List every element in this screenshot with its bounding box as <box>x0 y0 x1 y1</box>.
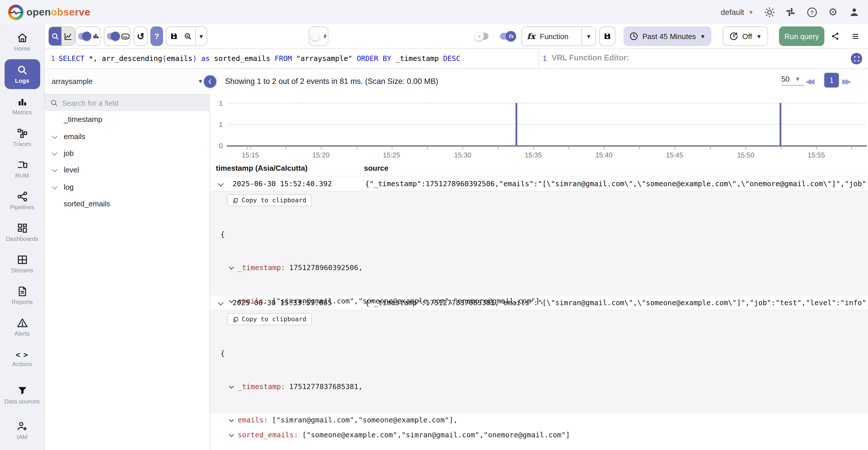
search-star-icon: ★ <box>184 32 192 40</box>
sidebar-item-metrics[interactable]: Metrics <box>2 90 42 122</box>
collapse-fields-panel-button[interactable] <box>203 74 218 89</box>
transform-toggle[interactable]: ≡ <box>474 26 491 46</box>
row-timestamp: 2025-06-30 15:52:40.392 <box>232 179 332 188</box>
chevron-down-icon: ▼ <box>700 33 706 39</box>
organization-selector[interactable]: default ▼ <box>721 8 754 17</box>
chevron-down-icon <box>52 184 58 189</box>
auto-refresh-label: Off <box>742 32 752 40</box>
copy-icon <box>232 316 239 323</box>
row-timestamp: 2025-06-30 15:33:57.685 <box>232 298 332 307</box>
search-mode-button[interactable] <box>49 26 61 46</box>
histogram-bar[interactable] <box>780 103 781 145</box>
field-item-emails[interactable]: emails <box>45 128 210 145</box>
current-page-button[interactable]: 1 <box>824 73 839 88</box>
sidebar-item-rum[interactable]: RUM <box>2 153 42 185</box>
gridline <box>227 103 867 104</box>
auto-refresh-selector[interactable]: Off ▼ <box>723 26 768 46</box>
quick-mode-toggle-group[interactable] <box>309 26 329 46</box>
saved-searches-button[interactable]: ★ <box>181 26 195 46</box>
quick-mode-toggle[interactable] <box>312 33 320 40</box>
refresh-clock-icon <box>729 32 738 41</box>
json-line[interactable]: _timestamp:1751277837685381, <box>220 381 484 392</box>
chevron-down-icon: ▼ <box>748 9 754 15</box>
sidebar-item-reports[interactable]: Reports <box>2 280 42 311</box>
logo-pulse-icon <box>9 11 22 14</box>
sidebar-item-label: Data sources <box>4 398 40 404</box>
sidebar-item-actions[interactable]: < > Actions <box>2 343 42 375</box>
save-search-button[interactable] <box>166 26 181 46</box>
sql-editor[interactable]: 1 SELECT *, arr_descending(emails) as so… <box>45 49 538 69</box>
rum-devices-icon <box>17 160 28 171</box>
table-row[interactable]: 2025-06-30 15:33:57.685 {"_timestamp":17… <box>210 295 868 310</box>
x-axis-tickmarks <box>227 147 867 149</box>
sidebar-item-home[interactable]: Home <box>2 26 42 58</box>
json-line[interactable]: _timestamp:1751278960392506, <box>220 262 570 273</box>
results-summary: Showing 1 to 2 out of 2 events in 81 ms.… <box>225 77 438 86</box>
last-page-button[interactable]: ▶▶ <box>842 77 849 86</box>
slack-icon[interactable] <box>785 6 796 18</box>
saved-search-group: ★ ▼ <box>166 26 207 46</box>
time-range-selector[interactable]: Past 45 Minutes ▼ <box>623 26 711 46</box>
chevron-down-icon <box>52 133 58 139</box>
json-line[interactable]: emails:["simran@gmail.com","someone@exam… <box>220 415 484 426</box>
sidebar-item-alerts[interactable]: Alerts <box>2 311 42 343</box>
histogram-bar[interactable] <box>516 103 517 145</box>
function-dropdown-button[interactable]: ▼ <box>582 26 595 46</box>
copy-to-clipboard-button[interactable]: Copy to clipboard <box>227 313 311 325</box>
json-line[interactable]: job:test, <box>220 448 484 450</box>
reset-filters-button[interactable]: ↺ <box>134 26 148 46</box>
page-size-selector[interactable]: 50 ▼ <box>781 75 804 86</box>
chevron-down-icon: ▼ <box>586 33 592 39</box>
theme-toggle-sun-icon[interactable] <box>764 6 775 18</box>
function-selector-label: Function <box>540 32 569 40</box>
field-item-job[interactable]: job <box>45 145 210 162</box>
more-options-menu-button[interactable]: ≡ <box>847 26 863 46</box>
help-icon[interactable]: ? <box>806 6 817 18</box>
sidebar-item-logs[interactable]: Logs <box>4 59 40 89</box>
table-row[interactable]: 2025-06-30 15:52:40.392 {"_timestamp":17… <box>210 176 868 191</box>
sidebar-item-iam[interactable]: IAM <box>2 415 42 447</box>
visualize-mode-button[interactable] <box>61 26 74 46</box>
first-page-button[interactable]: ◀◀ <box>805 77 812 86</box>
copy-to-clipboard-button[interactable]: Copy to clipboard <box>227 194 311 206</box>
openobserve-logs-page: openobserve default ▼ ? ⚙ Home <box>0 0 868 450</box>
sidebar-item-label: Alerts <box>14 330 30 337</box>
field-item-timestamp[interactable]: _timestamp <box>45 111 210 128</box>
field-search-input[interactable]: Search for a field <box>45 95 210 111</box>
sql-mode-toggle[interactable] <box>107 33 119 40</box>
stream-selector[interactable]: arraysample ▼ <box>45 69 210 95</box>
selected-stream-name: arraysample <box>52 77 93 86</box>
field-item-log[interactable]: log <box>45 178 210 195</box>
run-query-button[interactable]: Run query <box>779 26 825 46</box>
row-source: {"_timestamp":1751277837685381,"emails":… <box>365 298 868 307</box>
profile-icon[interactable] <box>848 6 860 18</box>
column-header-source: source <box>364 164 389 172</box>
lightning-icon <box>323 32 328 40</box>
sidebar-item-traces[interactable]: Traces <box>2 122 42 153</box>
save-function-button[interactable] <box>599 26 615 46</box>
chevron-down-icon <box>229 417 234 422</box>
saved-search-dropdown-button[interactable]: ▼ <box>195 26 207 46</box>
sidebar-item-label: Streams <box>11 267 33 274</box>
expand-editor-button[interactable] <box>851 53 862 64</box>
help-mode-button[interactable]: ? <box>150 26 163 46</box>
settings-gear-icon[interactable]: ⚙ <box>827 6 839 18</box>
events-histogram-chart[interactable]: 1 1 0 15:15 15:20 15:25 15:30 15:35 15:4… <box>210 95 868 161</box>
histogram-toggle[interactable] <box>78 33 90 40</box>
query-editor-row: 1 SELECT *, arr_descending(emails) as so… <box>45 49 868 69</box>
field-item-sorted-emails[interactable]: sorted_emails <box>45 195 210 213</box>
sidebar-item-label: Reports <box>11 299 33 306</box>
function-toggle[interactable]: fx <box>498 26 517 46</box>
field-item-level[interactable]: level <box>45 162 210 178</box>
share-link-button[interactable] <box>827 26 843 46</box>
vrl-function-editor[interactable]: 1 VRL Function Editor: <box>538 49 868 69</box>
function-selector-group: fx Function ▼ <box>521 26 596 46</box>
function-selector[interactable]: fx Function <box>522 26 582 46</box>
sidebar-item-data-sources[interactable]: Data sources <box>2 375 42 415</box>
sql-mode-toggle-group[interactable]: SQL <box>104 26 130 46</box>
histogram-toggle-group[interactable] <box>75 26 100 46</box>
sidebar-item-dashboards[interactable]: Dashboards <box>2 217 42 248</box>
sidebar-item-pipelines[interactable]: Pipelines <box>2 185 42 217</box>
sidebar-item-streams[interactable]: Streams <box>2 248 42 280</box>
save-icon <box>169 32 178 40</box>
